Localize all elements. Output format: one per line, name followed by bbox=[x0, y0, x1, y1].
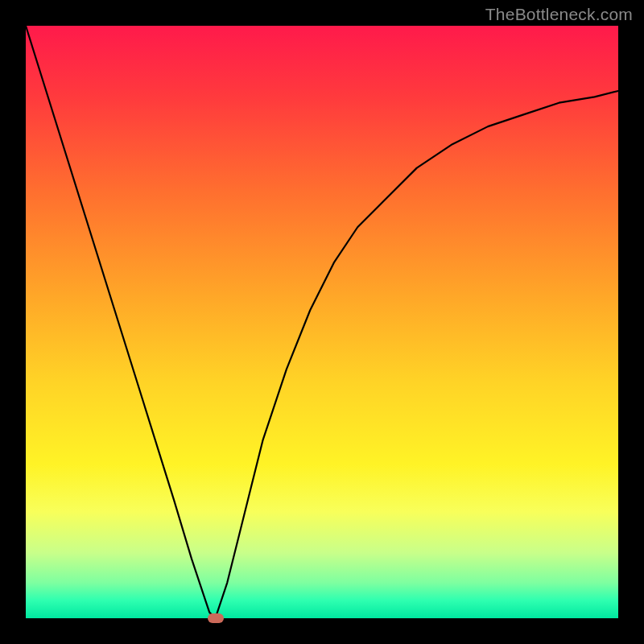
chart-frame: TheBottleneck.com bbox=[0, 0, 644, 644]
plot-area bbox=[26, 26, 618, 618]
watermark-text: TheBottleneck.com bbox=[485, 5, 633, 24]
minimum-marker bbox=[208, 613, 224, 623]
curve-svg bbox=[26, 26, 618, 618]
bottleneck-curve bbox=[26, 26, 618, 618]
